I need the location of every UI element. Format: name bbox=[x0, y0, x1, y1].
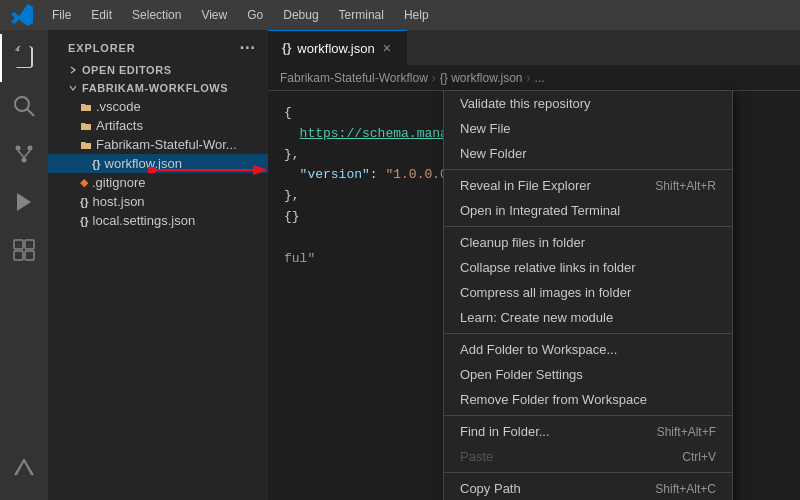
arrow-annotation bbox=[148, 160, 268, 180]
open-editors-chevron bbox=[68, 65, 78, 75]
menu-debug[interactable]: Debug bbox=[273, 4, 328, 26]
explorer-header: EXPLORER ⋯ bbox=[48, 30, 268, 61]
open-editors-label: OPEN EDITORS bbox=[82, 64, 172, 76]
open-editors-section[interactable]: OPEN EDITORS bbox=[48, 61, 268, 79]
menu-help[interactable]: Help bbox=[394, 4, 439, 26]
run-activity-icon[interactable] bbox=[0, 178, 48, 226]
svg-rect-8 bbox=[14, 240, 23, 249]
breadcrumb-part3: ... bbox=[535, 71, 545, 85]
ctx-find[interactable]: Find in Folder... Shift+Alt+F bbox=[444, 419, 732, 444]
svg-point-4 bbox=[22, 158, 27, 163]
svg-marker-13 bbox=[253, 165, 268, 175]
svg-point-3 bbox=[28, 146, 33, 151]
json-file-icon-local: {} bbox=[80, 215, 89, 227]
svg-rect-11 bbox=[25, 251, 34, 260]
tab-bar: {} workflow.json × bbox=[268, 30, 800, 65]
ctx-validate[interactable]: Validate this repository bbox=[444, 91, 732, 116]
main-layout: EXPLORER ⋯ OPEN EDITORS FABRIKAM-WORKFLO… bbox=[0, 30, 800, 500]
fabrikam-section-label: FABRIKAM-WORKFLOWS bbox=[82, 82, 228, 94]
menu-file[interactable]: File bbox=[42, 4, 81, 26]
sidebar-more-icon[interactable]: ⋯ bbox=[239, 38, 256, 57]
breadcrumb-part2: {} workflow.json bbox=[440, 71, 523, 85]
svg-point-2 bbox=[16, 146, 21, 151]
menu-bar: File Edit Selection View Go Debug Termin… bbox=[42, 4, 439, 26]
breadcrumb-sep2: › bbox=[527, 71, 531, 85]
fabrikam-workflows-section[interactable]: FABRIKAM-WORKFLOWS bbox=[48, 79, 268, 97]
menu-edit[interactable]: Edit bbox=[81, 4, 122, 26]
context-menu: Validate this repository New File New Fo… bbox=[443, 90, 733, 500]
tab-json-icon: {} bbox=[282, 41, 291, 55]
menu-go[interactable]: Go bbox=[237, 4, 273, 26]
tree-item-host-json[interactable]: {} host.json bbox=[48, 192, 268, 211]
tree-item-fabrikam-stateful[interactable]: Fabrikam-Stateful-Wor... bbox=[48, 135, 268, 154]
tree-item-vscode[interactable]: .vscode bbox=[48, 97, 268, 116]
breadcrumb-sep1: › bbox=[432, 71, 436, 85]
json-file-icon: {} bbox=[92, 158, 101, 170]
folder-icon bbox=[80, 101, 92, 113]
svg-point-0 bbox=[15, 97, 29, 111]
ctx-sep2 bbox=[444, 226, 732, 227]
ctx-reveal[interactable]: Reveal in File Explorer Shift+Alt+R bbox=[444, 173, 732, 198]
ctx-folder-settings[interactable]: Open Folder Settings bbox=[444, 362, 732, 387]
explorer-activity-icon[interactable] bbox=[0, 34, 48, 82]
svg-line-1 bbox=[27, 109, 34, 116]
ctx-collapse[interactable]: Collapse relative links in folder bbox=[444, 255, 732, 280]
ctx-sep1 bbox=[444, 169, 732, 170]
svg-line-5 bbox=[18, 151, 24, 158]
azure-activity-icon[interactable] bbox=[0, 444, 48, 492]
vscode-logo bbox=[10, 3, 34, 27]
ctx-cleanup[interactable]: Cleanup files in folder bbox=[444, 230, 732, 255]
ctx-sep4 bbox=[444, 415, 732, 416]
tab-close-button[interactable]: × bbox=[381, 40, 393, 56]
ctx-open-terminal[interactable]: Open in Integrated Terminal bbox=[444, 198, 732, 223]
tab-workflow-json[interactable]: {} workflow.json × bbox=[268, 30, 407, 65]
svg-marker-7 bbox=[17, 193, 31, 211]
extensions-activity-icon[interactable] bbox=[0, 226, 48, 274]
svg-line-6 bbox=[24, 151, 30, 158]
json-file-icon-host: {} bbox=[80, 196, 89, 208]
ctx-copy-path[interactable]: Copy Path Shift+Alt+C bbox=[444, 476, 732, 500]
ctx-sep5 bbox=[444, 472, 732, 473]
ctx-sep3 bbox=[444, 333, 732, 334]
search-activity-icon[interactable] bbox=[0, 82, 48, 130]
ctx-paste: Paste Ctrl+V bbox=[444, 444, 732, 469]
ctx-add-folder[interactable]: Add Folder to Workspace... bbox=[444, 337, 732, 362]
svg-rect-10 bbox=[14, 251, 23, 260]
tree-item-local-settings[interactable]: {} local.settings.json bbox=[48, 211, 268, 230]
menu-view[interactable]: View bbox=[191, 4, 237, 26]
arrow-svg bbox=[148, 160, 268, 180]
menu-terminal[interactable]: Terminal bbox=[329, 4, 394, 26]
source-control-activity-icon[interactable] bbox=[0, 130, 48, 178]
ctx-new-file[interactable]: New File bbox=[444, 116, 732, 141]
fabrikam-section-chevron bbox=[68, 83, 78, 93]
svg-rect-14 bbox=[148, 167, 156, 173]
ctx-learn[interactable]: Learn: Create new module bbox=[444, 305, 732, 330]
editor-area: {} workflow.json × Fabrikam-Stateful-Wor… bbox=[268, 30, 800, 500]
breadcrumb: Fabrikam-Stateful-Workflow › {} workflow… bbox=[268, 65, 800, 91]
ctx-new-folder[interactable]: New Folder bbox=[444, 141, 732, 166]
title-bar: File Edit Selection View Go Debug Termin… bbox=[0, 0, 800, 30]
sidebar: EXPLORER ⋯ OPEN EDITORS FABRIKAM-WORKFLO… bbox=[48, 30, 268, 500]
folder-icon-artifacts bbox=[80, 120, 92, 132]
breadcrumb-part1: Fabrikam-Stateful-Workflow bbox=[280, 71, 428, 85]
diamond-file-icon: ◆ bbox=[80, 176, 88, 189]
menu-selection[interactable]: Selection bbox=[122, 4, 191, 26]
svg-rect-9 bbox=[25, 240, 34, 249]
folder-open-icon bbox=[80, 139, 92, 151]
tab-label: workflow.json bbox=[297, 41, 374, 56]
ctx-compress[interactable]: Compress all images in folder bbox=[444, 280, 732, 305]
activity-bar bbox=[0, 30, 48, 500]
ctx-remove-folder[interactable]: Remove Folder from Workspace bbox=[444, 387, 732, 412]
tree-item-artifacts[interactable]: Artifacts bbox=[48, 116, 268, 135]
